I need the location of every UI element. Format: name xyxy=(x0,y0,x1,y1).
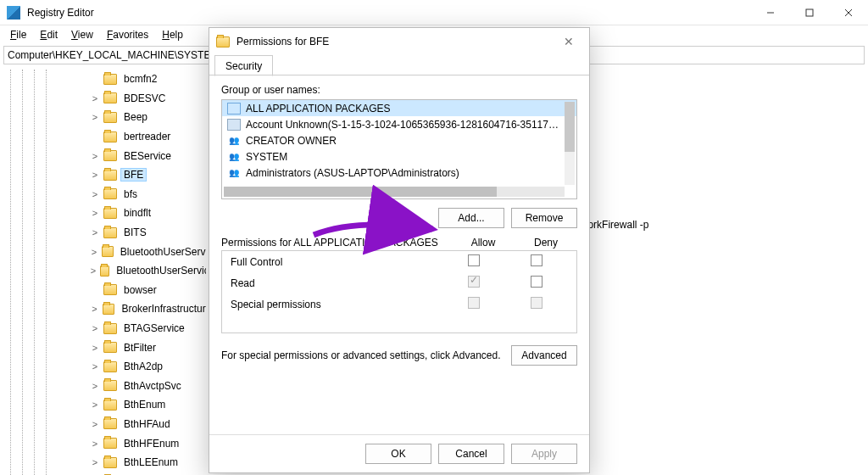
permission-row: Read xyxy=(222,272,576,293)
expander-icon[interactable]: > xyxy=(90,265,97,276)
expander-icon[interactable]: > xyxy=(90,93,100,103)
tree-item-label: BluetoothUserService_xxxxx xyxy=(113,264,206,277)
tree-item-label: bfs xyxy=(120,187,141,201)
tree-item[interactable]: >BITS xyxy=(8,223,206,243)
tree-item[interactable]: >BluetoothUserService xyxy=(8,242,206,261)
tree-item[interactable]: >BthLEEnum xyxy=(8,453,206,472)
tree-item[interactable]: >BFE xyxy=(8,165,206,185)
remove-button[interactable]: Remove xyxy=(511,208,577,228)
principal-item[interactable]: Account Unknown(S-1-15-3-1024-1065365936… xyxy=(222,116,576,132)
principal-label: CREATOR OWNER xyxy=(246,135,337,147)
folder-icon xyxy=(103,74,117,85)
folder-icon xyxy=(103,284,117,295)
tree-item[interactable]: >bfs xyxy=(8,185,206,204)
tree-item-label: BluetoothUserService xyxy=(117,245,206,259)
close-button[interactable] xyxy=(829,0,868,25)
expander-icon[interactable]: > xyxy=(90,439,100,449)
expander-icon[interactable]: > xyxy=(90,189,100,199)
principal-item[interactable]: 👥SYSTEM xyxy=(222,148,576,165)
tree-item-label: BrokerInfrastructure xyxy=(118,302,206,316)
listbox-hscroll[interactable] xyxy=(224,187,565,197)
maximize-button[interactable] xyxy=(790,0,829,25)
ok-button[interactable]: OK xyxy=(365,444,431,464)
tree-item[interactable]: >BtFilter xyxy=(8,338,206,357)
grp-icon: 👥 xyxy=(227,151,241,163)
svg-rect-1 xyxy=(806,9,813,16)
tree-item[interactable]: >BEService xyxy=(8,146,206,165)
tree-item[interactable]: >BDESVC xyxy=(8,89,206,109)
expander-icon[interactable]: > xyxy=(90,457,100,467)
permission-row: Full Control xyxy=(222,251,576,272)
tree-item-label: BEService xyxy=(120,149,175,163)
permissions-dialog: Permissions for BFE ✕ Security Group or … xyxy=(209,27,590,473)
pkg-icon xyxy=(227,103,241,115)
tree-item[interactable]: >BthEnum xyxy=(8,395,206,415)
menu-file[interactable]: File xyxy=(5,27,31,42)
tree-item-label: BTAGService xyxy=(120,321,188,335)
add-button[interactable]: Add... xyxy=(438,208,504,228)
expander-icon[interactable]: > xyxy=(90,304,99,314)
expander-icon[interactable]: > xyxy=(90,227,100,238)
expander-icon[interactable]: > xyxy=(90,323,100,333)
minimize-button[interactable] xyxy=(751,0,790,25)
menu-favorites[interactable]: Favorites xyxy=(102,27,153,42)
regedit-icon xyxy=(7,6,20,20)
expander-icon[interactable]: > xyxy=(90,247,98,257)
tree-item[interactable]: >BTAGService xyxy=(8,319,206,338)
tree-item[interactable]: >bindflt xyxy=(8,204,206,223)
expander-icon[interactable]: > xyxy=(90,381,100,391)
expander-icon[interactable]: > xyxy=(90,419,100,429)
expander-icon[interactable]: > xyxy=(90,170,100,180)
cancel-button[interactable]: Cancel xyxy=(438,444,504,464)
expander-icon[interactable]: > xyxy=(90,208,100,218)
tree-item[interactable]: >BthHFAud xyxy=(8,415,206,434)
tree-item[interactable]: bertreader xyxy=(8,127,206,147)
titlebar: Registry Editor xyxy=(0,0,868,25)
tree-item[interactable]: >BthMini xyxy=(8,472,206,475)
apply-button[interactable]: Apply xyxy=(511,444,577,464)
tab-security[interactable]: Security xyxy=(214,55,273,76)
tree-item[interactable]: bowser xyxy=(8,281,206,300)
principal-label: SYSTEM xyxy=(246,151,287,163)
folder-icon xyxy=(103,150,117,161)
expander-icon[interactable]: > xyxy=(90,400,100,410)
folder-icon xyxy=(103,227,117,238)
folder-icon xyxy=(103,361,117,372)
listbox-vscroll[interactable] xyxy=(565,102,575,185)
menu-help[interactable]: Help xyxy=(157,27,188,42)
tree-item-label: bcmfn2 xyxy=(120,72,160,86)
expander-icon[interactable]: > xyxy=(90,151,100,161)
expander-icon[interactable]: > xyxy=(90,112,100,122)
dialog-close-button[interactable]: ✕ xyxy=(555,35,582,48)
tree-item[interactable]: >BthHFEnum xyxy=(8,433,206,453)
checkbox[interactable] xyxy=(531,254,542,266)
checkbox[interactable] xyxy=(468,254,480,266)
dialog-title: Permissions for BFE xyxy=(236,36,555,48)
folder-icon xyxy=(103,188,117,199)
folder-icon xyxy=(103,92,117,103)
tree-item[interactable]: >Beep xyxy=(8,108,206,127)
tree-item[interactable]: >BthA2dp xyxy=(8,357,206,377)
tree-item-label: BthAvctpSvc xyxy=(120,379,185,393)
expander-icon[interactable]: > xyxy=(90,343,100,353)
checkbox xyxy=(468,276,480,288)
menu-edit[interactable]: Edit xyxy=(35,27,63,42)
expander-icon[interactable]: > xyxy=(90,361,100,372)
tree-item[interactable]: >BluetoothUserService_xxxxx xyxy=(8,261,206,281)
checkbox[interactable] xyxy=(531,276,542,288)
tree-item[interactable]: >BrokerInfrastructure xyxy=(8,299,206,319)
registry-tree[interactable]: bcmfn2>BDESVC>Beepbertreader>BEService>B… xyxy=(0,66,206,475)
checkbox xyxy=(531,297,542,309)
menu-view[interactable]: View xyxy=(66,27,98,42)
tree-item[interactable]: >BthAvctpSvc xyxy=(8,377,206,396)
window-title: Registry Editor xyxy=(27,7,751,19)
perm-for-label: Permissions for ALL APPLICATION PACKAGES xyxy=(221,237,452,249)
advanced-button[interactable]: Advanced xyxy=(511,345,577,366)
permission-name: Full Control xyxy=(231,256,442,268)
principal-item[interactable]: ALL APPLICATION PACKAGES xyxy=(222,100,576,116)
principal-item[interactable]: 👥Administrators (ASUS-LAPTOP\Administrat… xyxy=(222,165,576,181)
permissions-box: Full ControlReadSpecial permissions xyxy=(221,250,577,333)
tree-item[interactable]: bcmfn2 xyxy=(8,70,206,89)
principal-item[interactable]: 👥CREATOR OWNER xyxy=(222,132,576,148)
principals-listbox[interactable]: ALL APPLICATION PACKAGESAccount Unknown(… xyxy=(221,99,577,199)
